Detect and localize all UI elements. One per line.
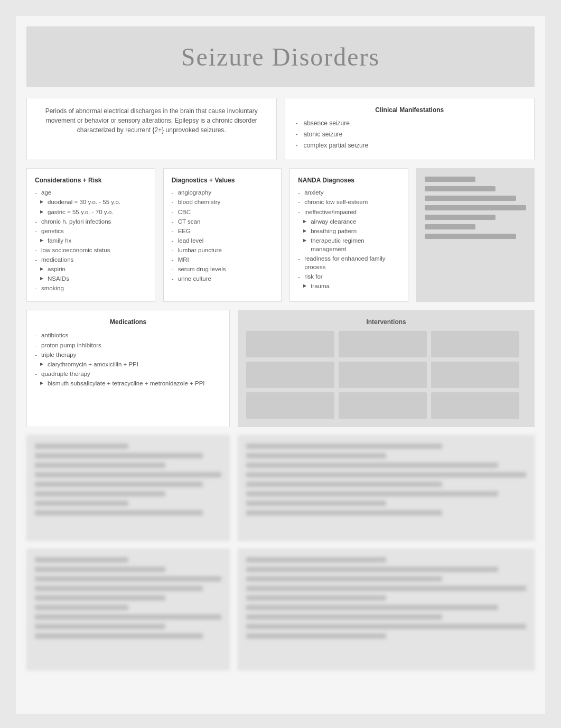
interventions-box: Interventions	[238, 310, 535, 427]
cons-nsaids: NSAIDs	[35, 274, 147, 283]
blur-line	[35, 586, 203, 591]
cons-socioeconomic: low socioeconomic status	[35, 246, 147, 254]
intro-text: Periods of abnormal electrical discharge…	[38, 106, 266, 135]
diag-blood-chemistry: blood chemistry	[172, 198, 273, 206]
blur-line	[35, 463, 165, 468]
blur-line	[35, 444, 128, 449]
blur-line	[425, 177, 475, 182]
med-quadruple: quadruple therapy	[35, 370, 221, 378]
blur-line	[35, 510, 203, 515]
diag-urine: urine culture	[172, 274, 273, 283]
blur-line	[35, 501, 128, 506]
blur-line	[246, 482, 442, 487]
clinical-item-2: atonic seizure	[296, 130, 524, 139]
blurred-box-1	[26, 435, 230, 541]
blur-line	[246, 576, 442, 582]
top-row: Periods of abnormal electrical discharge…	[26, 98, 535, 160]
blur-line	[246, 614, 442, 620]
blur-line	[246, 567, 498, 572]
nanda-list: anxiety chronic low self-esteem ineffect…	[298, 188, 399, 290]
nanda-ineffective: ineffective/impaired	[298, 208, 399, 216]
blur-line	[246, 605, 498, 610]
diag-serum: serum drug levels	[172, 265, 273, 273]
med-ppi: proton pump inhibitors	[35, 341, 221, 349]
cons-age: age	[35, 188, 147, 197]
int-cell-5	[339, 362, 427, 388]
cons-smoking: smoking	[35, 284, 147, 292]
nanda-heading: NANDA Diagnoses	[298, 177, 399, 184]
diag-ct-scan: CT scan	[172, 217, 273, 226]
bottom-row: Medications antibiotics proton pump inhi…	[26, 310, 535, 427]
main-page: Seizure Disorders Periods of abnormal el…	[16, 16, 545, 714]
considerations-list: age duodenal = 30 y.o. - 55 y.o. gastric…	[35, 188, 147, 292]
blur-line	[35, 576, 221, 582]
blur-line	[35, 453, 203, 458]
interventions-content	[246, 331, 526, 419]
nanda-readiness: readiness for enhanced family process	[298, 254, 399, 271]
blur-line	[35, 567, 165, 572]
diagnostics-box: Diagnostics + Values angiography blood c…	[163, 168, 282, 302]
nanda-trauma: trauma	[298, 282, 399, 290]
blur-line	[425, 186, 496, 191]
medications-box: Medications antibiotics proton pump inhi…	[26, 310, 230, 427]
intro-box: Periods of abnormal electrical discharge…	[26, 98, 277, 160]
blurred-box-3	[26, 549, 230, 670]
nanda-box: NANDA Diagnoses anxiety chronic low self…	[289, 168, 408, 302]
diag-mri: MRI	[172, 255, 273, 264]
int-cell-4	[246, 362, 334, 388]
blur-line	[425, 234, 516, 239]
considerations-box: Considerations + Risk age duodenal = 30 …	[26, 168, 155, 302]
clinical-item-1: absence seizure	[296, 119, 524, 128]
blur-line	[35, 614, 221, 620]
cons-aspirin: aspirin	[35, 265, 147, 273]
diagnostics-heading: Diagnostics + Values	[172, 177, 273, 184]
nanda-risk: risk for	[298, 272, 399, 281]
blurred-row-1	[26, 435, 535, 541]
clinical-heading: Clinical Manifestations	[296, 106, 524, 114]
nanda-anxiety: anxiety	[298, 188, 399, 197]
middle-row: Considerations + Risk age duodenal = 30 …	[26, 168, 535, 302]
diag-lumbar: lumbar puncture	[172, 246, 273, 254]
blur-line	[246, 595, 386, 601]
blur-line	[35, 605, 128, 610]
blur-line	[246, 444, 442, 449]
cons-family: family hx	[35, 236, 147, 245]
int-cell-8	[339, 392, 427, 419]
med-quadruple-detail: bismuth subsalicylate + tetracycline + m…	[35, 379, 221, 388]
interventions-heading: Interventions	[246, 318, 526, 326]
cons-duodenal: duodenal = 30 y.o. - 55 y.o.	[35, 198, 147, 206]
title-section: Seizure Disorders	[26, 26, 535, 87]
blur-line	[246, 586, 526, 591]
medications-heading: Medications	[35, 318, 221, 326]
diag-eeg: EEG	[172, 227, 273, 235]
med-antibiotics: antibiotics	[35, 331, 221, 339]
considerations-heading: Considerations + Risk	[35, 177, 147, 184]
cons-gastric: gastric = 55 y.o. - 70 y.o.	[35, 208, 147, 216]
diag-angiography: angiography	[172, 188, 273, 197]
blur-line	[425, 215, 496, 220]
blur-line	[425, 196, 516, 201]
blurred-row-2	[26, 549, 535, 670]
clinical-manifestations-box: Clinical Manifestations absence seizure …	[285, 98, 535, 160]
nanda-airway: airway clearance	[298, 217, 399, 226]
med-triple: triple therapy	[35, 351, 221, 359]
cons-pylori: chronic h. pylori infections	[35, 217, 147, 226]
blurred-box-4	[238, 549, 535, 670]
blur-line	[246, 491, 498, 496]
clinical-item-3: complex partial seizure	[296, 141, 524, 150]
blur-line	[35, 557, 128, 563]
blur-line	[35, 595, 165, 601]
nanda-self-esteem: chronic low self-esteem	[298, 198, 399, 206]
blurred-box-2	[238, 435, 535, 541]
blur-line	[246, 633, 386, 639]
blur-line	[246, 624, 526, 629]
blur-line	[246, 472, 526, 477]
int-cell-6	[431, 362, 519, 388]
int-cell-1	[246, 331, 334, 357]
blur-line	[35, 491, 165, 496]
clinical-list: absence seizure atonic seizure complex p…	[296, 119, 524, 150]
blur-line	[35, 624, 165, 629]
med-triple-detail: clarythromycin + amoxicillin + PPI	[35, 360, 221, 368]
blur-line	[246, 510, 442, 515]
diagnostics-list: angiography blood chemistry CBC CT scan …	[172, 188, 273, 283]
